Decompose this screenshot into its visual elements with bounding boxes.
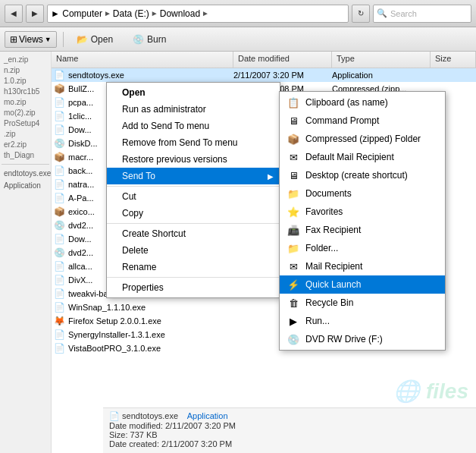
- submenu-item-quick-launch[interactable]: ⚡ Quick Launch: [280, 275, 445, 294]
- submenu-item-label: Default Mail Recipient: [305, 152, 394, 162]
- submenu-item-recycle-bin[interactable]: 🗑 Recycle Bin: [280, 294, 445, 312]
- sidebar-item: ProSetup4: [2, 118, 49, 128]
- status-icon: 📄: [109, 411, 122, 420]
- file-type: Application: [332, 71, 431, 80]
- submenu-item-desktop-create-shortcut-[interactable]: 🖥 Desktop (create shortcut): [280, 166, 445, 184]
- context-menu-item-delete[interactable]: Delete: [107, 242, 280, 259]
- file-icon: 📄: [53, 178, 65, 190]
- context-menu-item-remove-from-send-to-menu[interactable]: Remove from Send To menu: [107, 134, 280, 151]
- context-menu-item-send-to[interactable]: Send To▶: [107, 168, 280, 184]
- submenu-item-label: Command Prompt: [305, 115, 379, 126]
- sidebar-type: Application: [2, 180, 49, 191]
- context-menu-item-add-to-send-to-menu[interactable]: Add to Send To menu: [107, 118, 280, 134]
- submenu-item-label: Folder...: [305, 243, 338, 253]
- file-icon: 📄: [53, 342, 65, 354]
- file-icon: 📄: [53, 260, 65, 272]
- submenu-item-mail-recipient[interactable]: ✉ Mail Recipient: [280, 257, 445, 275]
- computer-crumb[interactable]: ► Computer: [51, 8, 102, 19]
- submenu-item-icon: 🖥: [287, 115, 299, 127]
- sidebar-item: .zip: [2, 129, 49, 139]
- submenu-item-label: Documents: [305, 188, 352, 199]
- submenu-item-label: Quick Launch: [305, 279, 361, 290]
- drive-crumb[interactable]: Data (E:): [113, 8, 149, 19]
- file-icon: 📦: [53, 151, 65, 163]
- file-icon: 📄: [53, 96, 65, 109]
- sidebar-item: th_Diagn: [2, 150, 49, 160]
- file-name: SynergyInstaller-1.3.1.exe: [68, 330, 233, 339]
- open-icon: 📂: [77, 34, 88, 45]
- file-row[interactable]: 📄 sendtotoys.exe 2/11/2007 3:20 PM Appli…: [52, 68, 476, 82]
- sidebar: _en.zip n.zip 1.0.zip h130rc1b5 mo.zip m…: [0, 52, 52, 453]
- context-menu-item-open[interactable]: Open: [107, 84, 280, 101]
- status-size: Size: 737 KB: [109, 430, 470, 439]
- folder-crumb[interactable]: Download: [160, 8, 200, 19]
- submenu-item-default-mail-recipient[interactable]: ✉ Default Mail Recipient: [280, 148, 445, 166]
- submenu-item-compressed-zipped-folder[interactable]: 📦 Compressed (zipped) Folder: [280, 130, 445, 148]
- submenu-item-icon: ⚡: [287, 278, 299, 291]
- submenu-item-label: Compressed (zipped) Folder: [305, 134, 421, 144]
- sidebar-label: endtotoys.exe: [2, 168, 49, 179]
- submenu-item-label: DVD RW Drive (F:): [305, 334, 383, 344]
- search-icon: 🔍: [377, 8, 387, 18]
- col-header-size[interactable]: Size: [431, 52, 476, 68]
- status-type: Application: [187, 411, 228, 420]
- file-icon: 📄: [53, 329, 65, 341]
- views-label: Views: [19, 34, 43, 45]
- submenu-item-icon: 🗑: [287, 297, 299, 309]
- forward-button[interactable]: ▶: [26, 5, 44, 23]
- context-menu-item-copy[interactable]: Copy: [107, 205, 280, 222]
- file-icon: 📦: [53, 83, 65, 95]
- submenu-item-clipboard-as-name-[interactable]: 📋 Clipboard (as name): [280, 93, 445, 112]
- context-menu: OpenRun as administratorAdd to Send To m…: [106, 82, 280, 298]
- context-menu-item-rename[interactable]: Rename: [107, 259, 280, 275]
- file-icon: 📄: [53, 274, 65, 286]
- views-icon: ⊞: [10, 34, 17, 45]
- context-menu-item-restore-previous-versions[interactable]: Restore previous versions: [107, 151, 280, 168]
- submenu-item-documents[interactable]: 📁 Documents: [280, 184, 445, 203]
- submenu-item-label: Favorites: [305, 206, 343, 217]
- col-header-name[interactable]: Name: [52, 52, 233, 68]
- sidebar-item: h130rc1b5: [2, 87, 49, 96]
- context-menu-separator: [107, 223, 280, 224]
- back-button[interactable]: ◀: [5, 5, 23, 23]
- burn-label: Burn: [147, 34, 166, 45]
- submenu-item-icon: 💿: [287, 333, 299, 345]
- search-placeholder: Search: [390, 9, 417, 18]
- refresh-button[interactable]: ↻: [352, 5, 370, 23]
- breadcrumb-area[interactable]: ► Computer ► Data (E:) ► Download ►: [47, 5, 349, 23]
- sidebar-item: 1.0.zip: [2, 76, 49, 86]
- toolbar: ⊞ Views ▼ 📂 Open 💿 Burn: [0, 27, 476, 52]
- submenu-item-label: Mail Recipient: [305, 261, 362, 272]
- file-icon: 💿: [53, 219, 65, 231]
- submenu-item-command-prompt[interactable]: 🖥 Command Prompt: [280, 112, 445, 130]
- search-box[interactable]: 🔍 Search: [373, 5, 471, 23]
- views-button[interactable]: ⊞ Views ▼: [5, 31, 57, 48]
- submenu-item-fax-recipient[interactable]: 📠 Fax Recipient: [280, 221, 445, 239]
- toolbar-separator: [63, 32, 64, 47]
- submenu-item-label: Fax Recipient: [305, 225, 361, 235]
- context-menu-separator: [107, 277, 280, 278]
- submenu-item-favorites[interactable]: ⭐ Favorites: [280, 203, 445, 221]
- burn-button[interactable]: 💿 Burn: [126, 31, 173, 48]
- context-menu-item-properties[interactable]: Properties: [107, 279, 280, 296]
- context-menu-item-cut[interactable]: Cut: [107, 188, 280, 205]
- submenu-item-dvd-rw-drive-f:-[interactable]: 💿 DVD RW Drive (F:): [280, 330, 445, 348]
- submenu-item-run-[interactable]: ▶ Run...: [280, 312, 445, 330]
- submenu-item-icon: 📋: [287, 96, 299, 109]
- file-icon: 📄: [53, 301, 65, 313]
- col-header-type[interactable]: Type: [332, 52, 431, 68]
- sidebar-item: n.zip: [2, 65, 49, 75]
- context-menu-item-run-as-administrator[interactable]: Run as administrator: [107, 101, 280, 118]
- open-label: Open: [91, 34, 113, 45]
- col-header-date[interactable]: Date modified: [233, 52, 332, 68]
- submenu-item-icon: ⭐: [287, 206, 299, 218]
- file-icon: 📄: [53, 110, 65, 122]
- open-button[interactable]: 📂 Open: [70, 31, 120, 48]
- file-icon: 📄: [53, 124, 65, 136]
- submenu-item-folder-[interactable]: 📁 Folder...: [280, 239, 445, 257]
- context-menu-item-create-shortcut[interactable]: Create Shortcut: [107, 225, 280, 242]
- file-name: VistaBootPRO_3.1.0.exe: [68, 344, 233, 353]
- status-date-modified: Date modified: 2/11/2007 3:20 PM: [109, 421, 470, 430]
- status-filename: 📄 sendtotoys.exe Application: [109, 411, 470, 421]
- submenu-item-icon: ▶: [287, 315, 299, 327]
